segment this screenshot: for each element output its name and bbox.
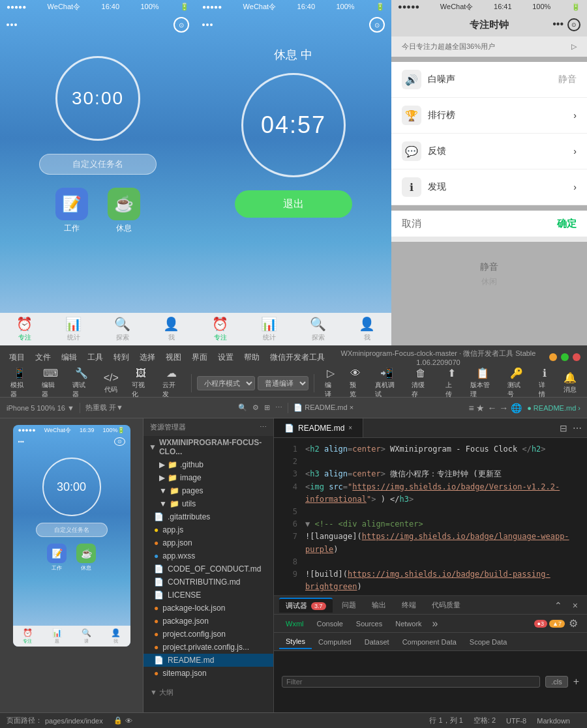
file-sitemap[interactable]: ● sitemap.json bbox=[143, 667, 273, 680]
phone2-tab-stats[interactable]: 📊 统计 bbox=[245, 316, 294, 342]
subtab-network[interactable]: Network bbox=[389, 618, 428, 630]
tool-editor[interactable]: ⌨ 编辑器 bbox=[37, 364, 65, 401]
tool-cloud[interactable]: ☁ 云开发 bbox=[157, 364, 186, 401]
phone3-cancel[interactable]: 取消 bbox=[402, 218, 421, 230]
tool-code[interactable]: </> 代码 bbox=[98, 370, 124, 397]
phone2-tab-focus[interactable]: ⏰ 专注 bbox=[196, 316, 245, 342]
phone3-discover-item[interactable]: ℹ 发现 › bbox=[391, 169, 587, 205]
tool-real-device[interactable]: 📲 真机调试 bbox=[370, 364, 404, 401]
devtools-tab-component-data[interactable]: Component Data bbox=[396, 635, 463, 648]
preview-tab-explore[interactable]: 🔍 课 bbox=[72, 628, 101, 645]
debug-tab-issues[interactable]: 问题 bbox=[335, 598, 363, 612]
ide-close-btn[interactable] bbox=[573, 353, 580, 361]
ide-menu-tools[interactable]: 工具 bbox=[85, 352, 106, 363]
phone2-tab-explore[interactable]: 🔍 探索 bbox=[294, 316, 342, 342]
tool-details[interactable]: ℹ 详情 bbox=[534, 364, 556, 401]
phone3-feedback-item[interactable]: 💬 反馈 › bbox=[391, 134, 587, 169]
ide-menu-settings[interactable]: 设置 bbox=[215, 352, 236, 363]
file-project-private[interactable]: ● project.private.config.js... bbox=[143, 641, 273, 654]
devtools-tab-styles[interactable]: Styles bbox=[279, 635, 312, 649]
ide-menu-view[interactable]: 视图 bbox=[163, 352, 184, 363]
devtools-tab-dataset[interactable]: Dataset bbox=[358, 635, 396, 648]
search-icon[interactable]: 🔍 bbox=[238, 403, 247, 412]
file-conduct[interactable]: 📄 CODE_OF_CONDUCT.md bbox=[143, 562, 273, 575]
phone1-rest-mode[interactable]: ☕ 休息 bbox=[108, 188, 140, 234]
split-editor-icon[interactable]: ⊟ bbox=[560, 423, 567, 433]
editor-tab-close-icon[interactable]: × bbox=[348, 424, 352, 431]
file-appjson[interactable]: ● app.json bbox=[143, 536, 273, 549]
code-text-3[interactable]: <h3 align=center> 微信小程序：专注时钟 (更新至 bbox=[305, 468, 502, 480]
phone3-dots[interactable]: ••• bbox=[552, 18, 564, 31]
project-root[interactable]: ▼ WXMINIPROGRAM-FOCUS-CLO... bbox=[143, 436, 273, 458]
device-label[interactable]: iPhone 5 100% 16 ▼ bbox=[7, 404, 74, 412]
tool-test-num[interactable]: 🔑 测试号 bbox=[502, 364, 531, 401]
debug-settings-icon[interactable]: ⚙ bbox=[565, 617, 582, 630]
ide-menu-goto[interactable]: 转到 bbox=[111, 352, 132, 363]
code-text-1[interactable]: <h2 align=center> WXminiprogram - Focus … bbox=[305, 443, 546, 456]
debug-tab-output[interactable]: 输出 bbox=[365, 598, 393, 612]
code-text-4[interactable]: <img src="https://img.shields.io/badge/V… bbox=[305, 481, 582, 506]
file-package-lock[interactable]: ● package-lock.json bbox=[143, 602, 273, 615]
filter-input[interactable] bbox=[282, 676, 540, 688]
code-text-9[interactable]: ![build](https://img.shields.io/badge/bu… bbox=[305, 568, 582, 593]
preview-tab-stats[interactable]: 📊 题 bbox=[42, 628, 72, 645]
folder-image[interactable]: ▶ 📁 image bbox=[143, 471, 273, 484]
folder-github[interactable]: ▶ 📁 .github bbox=[143, 458, 273, 471]
ide-maximize-btn[interactable] bbox=[561, 353, 569, 361]
file-project-config[interactable]: ● project.config.json bbox=[143, 628, 273, 641]
phone2-dots-btn[interactable] bbox=[202, 23, 213, 26]
ide-menu-edit[interactable]: 编辑 bbox=[59, 352, 80, 363]
devtools-tab-scope-data[interactable]: Scope Data bbox=[463, 635, 513, 648]
add-style-button[interactable]: + bbox=[573, 676, 579, 688]
tool-visual[interactable]: 🖼 可视化 bbox=[127, 365, 155, 401]
tool-version-mgmt[interactable]: 📋 版本管理 bbox=[465, 364, 500, 401]
file-appjs[interactable]: ● app.js bbox=[143, 523, 273, 536]
hotreload-label[interactable]: 热重载 开▼ bbox=[85, 403, 123, 413]
ide-menu-wechat[interactable]: 微信开发者工具 bbox=[267, 352, 327, 363]
debug-tab-terminal[interactable]: 终端 bbox=[395, 598, 423, 612]
debug-close-icon[interactable]: × bbox=[569, 600, 582, 611]
miniprogram-mode-select[interactable]: 小程序模式 bbox=[197, 376, 255, 390]
phone3-circle-btn[interactable]: ⊙ bbox=[567, 18, 580, 31]
file-package[interactable]: ● package.json bbox=[143, 615, 273, 628]
subtab-wxml[interactable]: Wxml bbox=[279, 618, 310, 630]
ide-minimize-btn[interactable] bbox=[549, 353, 557, 361]
split-icon[interactable]: ⊞ bbox=[264, 403, 270, 412]
file-contributing[interactable]: 📄 CONTRIBUTING.md bbox=[143, 575, 273, 589]
more-editor-icon[interactable]: ⋯ bbox=[573, 423, 582, 433]
phone2-tab-profile[interactable]: 👤 我 bbox=[342, 316, 391, 342]
ide-menu-interface[interactable]: 界面 bbox=[189, 352, 210, 363]
tool-simulator[interactable]: 📱 模拟器 bbox=[5, 364, 34, 401]
preview-work-mode[interactable]: 📝 工作 bbox=[47, 544, 67, 572]
debug-collapse-icon[interactable]: ⌃ bbox=[550, 600, 566, 611]
preview-rest-mode[interactable]: ☕ 休息 bbox=[76, 544, 96, 572]
file-gitattributes[interactable]: 📄 .gitattributes bbox=[143, 510, 273, 523]
tool-upload[interactable]: ⬆ 上传 bbox=[440, 364, 462, 401]
ide-menu-project[interactable]: 项目 bbox=[7, 352, 27, 363]
preview-dots-btn[interactable]: ••• bbox=[18, 439, 24, 445]
phone1-circle-btn[interactable]: ⊙ bbox=[173, 17, 189, 33]
tool-messages[interactable]: 🔔 消息 bbox=[558, 369, 582, 397]
preview-task-input[interactable]: 自定义任务名 bbox=[36, 523, 108, 537]
ide-menu-help[interactable]: 帮助 bbox=[241, 352, 262, 363]
tool-clear-cache[interactable]: 🗑 清缓存 bbox=[406, 365, 435, 401]
subtab-console[interactable]: Console bbox=[310, 618, 350, 630]
phone1-tab-stats[interactable]: 📊 统计 bbox=[49, 316, 98, 342]
readme-tab-label[interactable]: 📄 README.md × bbox=[294, 403, 354, 412]
ide-menu-file[interactable]: 文件 bbox=[33, 352, 53, 363]
compile-mode-select[interactable]: 普通编译 bbox=[258, 376, 309, 390]
tool-preview[interactable]: 👁 预览 bbox=[344, 365, 367, 401]
debug-tab-code-quality[interactable]: 代码质量 bbox=[425, 598, 467, 612]
preview-tab-profile[interactable]: 👤 我 bbox=[101, 628, 130, 645]
folder-pages[interactable]: ▼ 📁 pages bbox=[143, 484, 273, 497]
ide-menu-select[interactable]: 选择 bbox=[137, 352, 158, 363]
subtab-more[interactable]: » bbox=[429, 615, 442, 632]
subtab-sources[interactable]: Sources bbox=[350, 618, 389, 630]
file-license[interactable]: 📄 LICENSE bbox=[143, 589, 273, 602]
folder-utils[interactable]: ▼ 📁 utils bbox=[143, 497, 273, 510]
tool-compile[interactable]: ▷ 编译 bbox=[320, 364, 342, 401]
phone3-confirm[interactable]: 确定 bbox=[557, 218, 577, 230]
file-appwxss[interactable]: ● app.wxss bbox=[143, 549, 273, 562]
phone1-tab-focus[interactable]: ⏰ 专注 bbox=[0, 316, 49, 342]
settings-icon[interactable]: ⚙ bbox=[252, 403, 259, 412]
